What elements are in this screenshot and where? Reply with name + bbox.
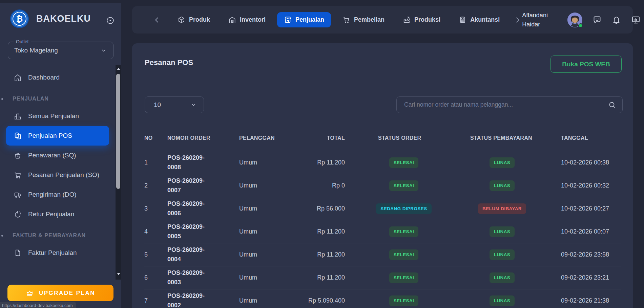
- status-payment-badge: LUNAS: [490, 157, 515, 168]
- bar-chart-icon: [14, 112, 22, 120]
- table-row[interactable]: 7POS-260209-0002UmumRp 5.090.400SELESAIL…: [144, 289, 621, 308]
- order-number: POS-260209-0006: [167, 199, 213, 218]
- cell-order-number: POS-260209-0003: [167, 268, 239, 287]
- section-bullet: [1, 235, 3, 237]
- status-order-badge: SELESAI: [389, 180, 419, 191]
- col-header-tanggal: TANGGAL: [554, 135, 621, 141]
- chevron-right-icon[interactable]: [513, 16, 522, 24]
- top-strip: [0, 0, 121, 3]
- page-size-select[interactable]: 10: [145, 96, 204, 113]
- table-row[interactable]: 4POS-260209-0005UmumRp 11.200SELESAILUNA…: [144, 220, 621, 243]
- tab-label: Produksi: [414, 16, 440, 23]
- outlet-select[interactable]: Outlet Toko Magelang: [8, 42, 113, 59]
- tab-label: Akuntansi: [470, 16, 500, 23]
- status-payment-badge: LUNAS: [490, 180, 515, 191]
- tab-label: Produk: [189, 16, 210, 23]
- table-body: 1POS-260209-0008UmumRp 11.200SELESAILUNA…: [144, 151, 621, 308]
- tab-inventori[interactable]: Inventori: [222, 12, 272, 27]
- cell-status-payment: LUNAS: [463, 272, 554, 283]
- chat-smile-icon[interactable]: [593, 15, 602, 24]
- cell-date: 09-02-2026 23:21: [554, 274, 621, 281]
- bell-icon[interactable]: [612, 15, 621, 24]
- cell-customer: Umum: [239, 274, 307, 281]
- cell-status-payment: BELUM DIBAYAR: [463, 203, 554, 214]
- scroll-down-icon[interactable]: [117, 273, 120, 275]
- search-box: [396, 96, 623, 113]
- bitcoin-icon: ₿: [10, 9, 29, 28]
- upgrade-plan-button[interactable]: UPGRADE PLAN: [7, 285, 113, 301]
- circle-dot-icon[interactable]: [106, 16, 115, 25]
- cell-total: Rp 5.090.400: [307, 297, 355, 304]
- divider: [132, 85, 633, 85]
- cell-no: 1: [144, 159, 167, 166]
- avatar[interactable]: [567, 13, 582, 27]
- cell-status-order: SELESAI: [355, 157, 463, 168]
- cell-order-number: POS-260209-0005: [167, 222, 239, 241]
- sidebar-item-semua-penjualan[interactable]: Semua Penjualan: [6, 106, 109, 126]
- col-header-no: NO: [144, 135, 167, 141]
- chevron-left-icon[interactable]: [152, 16, 161, 24]
- search-icon[interactable]: [608, 101, 616, 109]
- table-row[interactable]: 6POS-260209-0003UmumRp 11.200SELESAILUNA…: [144, 266, 621, 289]
- tab-label: Pembelian: [354, 16, 385, 23]
- tab-produksi[interactable]: Produksi: [396, 12, 447, 27]
- pesanan-pos-card: Pesanan POS Buka POS WEB 10 NO NOMOR ORD…: [132, 43, 633, 308]
- cell-status-payment: LUNAS: [463, 226, 554, 237]
- tab-produk[interactable]: Produk: [171, 12, 217, 27]
- user-cluster: Affandani Haidar: [522, 11, 641, 28]
- sidebar-item-pengiriman-do[interactable]: Pengiriman (DO): [6, 185, 109, 204]
- buka-pos-web-button[interactable]: Buka POS WEB: [550, 56, 622, 73]
- cell-order-number: POS-260209-0006: [167, 199, 239, 218]
- order-number: POS-260209-0002: [167, 291, 213, 308]
- cell-total: Rp 11.200: [307, 251, 355, 258]
- sidebar-item-dashboard[interactable]: Dashboard: [6, 68, 109, 87]
- sidebar: ₿ BAKOELKU Outlet Toko Magelang Dashboar…: [0, 0, 121, 308]
- cell-date: 10-02-2026 00:27: [554, 205, 621, 212]
- cell-total: Rp 56.000: [307, 205, 355, 212]
- return-icon: [14, 210, 22, 219]
- order-number: POS-260209-0008: [167, 153, 213, 172]
- sidebar-section-penjualan: PENJUALAN: [0, 91, 115, 106]
- tab-akuntansi[interactable]: Akuntansi: [452, 12, 506, 27]
- sidebar-nav: DashboardPENJUALANSemua PenjualanPenjual…: [0, 68, 115, 263]
- sidebar-item-penawaran-sq[interactable]: Penawaran (SQ): [6, 146, 109, 165]
- cell-order-number: POS-260209-0008: [167, 153, 239, 172]
- sidebar-item-penjualan-pos[interactable]: Penjualan POS: [6, 126, 109, 146]
- tab-pembelian[interactable]: Pembelian: [336, 12, 391, 27]
- chevron-down-icon: [190, 102, 197, 108]
- user-name[interactable]: Affandani Haidar: [522, 11, 557, 28]
- tab-penjualan[interactable]: Penjualan: [277, 12, 331, 27]
- pos-icon: [14, 132, 22, 140]
- cell-status-order: SELESAI: [355, 295, 463, 306]
- cell-total: Rp 11.200: [307, 274, 355, 281]
- upgrade-plan-label: UPGRADE PLAN: [39, 290, 95, 296]
- cell-customer: Umum: [239, 182, 307, 189]
- sidebar-scrollbar-thumb[interactable]: [116, 74, 120, 189]
- table-row[interactable]: 1POS-260209-0008UmumRp 11.200SELESAILUNA…: [144, 151, 621, 174]
- status-payment-badge: LUNAS: [490, 295, 515, 306]
- col-header-nomor-order: NOMOR ORDER: [167, 135, 239, 141]
- cell-status-payment: LUNAS: [463, 157, 554, 168]
- cell-status-order: SELESAI: [355, 249, 463, 260]
- cell-order-number: POS-260209-0002: [167, 291, 239, 308]
- scroll-up-icon[interactable]: [117, 68, 120, 70]
- table-row[interactable]: 5POS-260209-0004UmumRp 11.200SELESAILUNA…: [144, 243, 621, 266]
- sidebar-item-retur-penjualan[interactable]: Retur Penjualan: [6, 204, 109, 224]
- sidebar-item-pesanan-penjualan-so[interactable]: Pesanan Penjualan (SO): [6, 165, 109, 185]
- monitor-icon[interactable]: [631, 15, 641, 25]
- online-status-dot: [578, 23, 583, 28]
- sidebar-item-label: Retur Penjualan: [28, 211, 74, 218]
- page-title: Pesanan POS: [145, 58, 193, 67]
- page-size-value: 10: [154, 101, 161, 109]
- table-row[interactable]: 3POS-260209-0006UmumRp 56.000SEDANG DIPR…: [144, 197, 621, 220]
- status-payment-badge: LUNAS: [490, 226, 515, 237]
- status-payment-badge: BELUM DIBAYAR: [478, 203, 526, 214]
- status-order-badge: SELESAI: [389, 157, 419, 168]
- search-input[interactable]: [404, 101, 608, 108]
- chevron-down-icon: [100, 47, 107, 54]
- sidebar-item-faktur-penjualan[interactable]: Faktur Penjualan: [6, 243, 109, 263]
- brand: ₿ BAKOELKU: [10, 9, 91, 28]
- table-row[interactable]: 2POS-260209-0007UmumRp 0SELESAILUNAS10-0…: [144, 174, 621, 197]
- cell-no: 2: [144, 182, 167, 189]
- sidebar-item-label: Dashboard: [28, 74, 60, 81]
